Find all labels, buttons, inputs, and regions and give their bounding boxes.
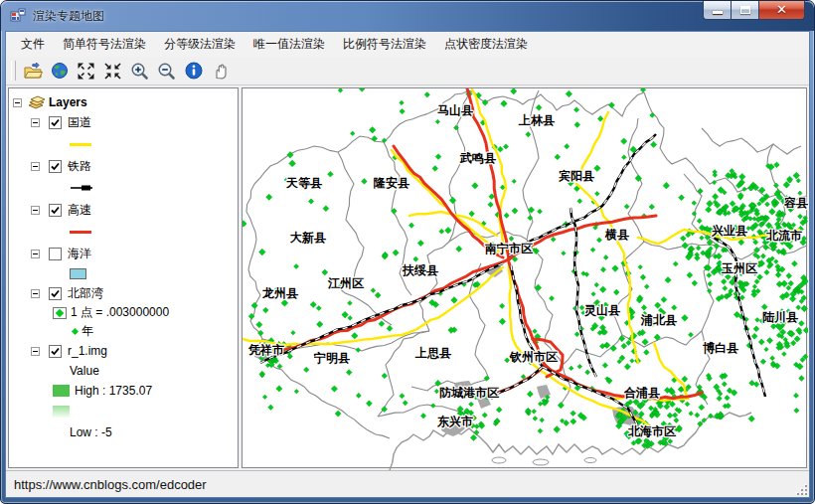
menu-item-2[interactable]: 分等级法渲染 (155, 32, 244, 57)
collapse-expander-icon[interactable] (13, 98, 22, 107)
layer-row[interactable]: 高速 (13, 200, 238, 220)
map-label: 隆安县 (374, 176, 409, 190)
layer-row[interactable]: r_1.img (13, 341, 238, 361)
zoom-full-button[interactable] (73, 59, 99, 84)
map-view[interactable]: 马山县上林县武鸣县宾阳县隆安县天等县大新县扶绥县江州区龙州县南宁市区横县灵山县浦… (242, 87, 807, 468)
raster-high-label: High : 1735.07 (75, 384, 152, 398)
map-label: 兴业县 (711, 224, 747, 238)
maximize-icon (740, 6, 750, 14)
railway-symbol-swatch (70, 184, 93, 192)
map-label: 天等县 (285, 176, 322, 190)
pan-button[interactable] (207, 59, 234, 84)
layer-checkbox[interactable] (49, 160, 62, 173)
map-label: 东兴市 (436, 415, 473, 428)
dot-ratio-swatch (53, 307, 67, 319)
collapse-expander-icon[interactable] (31, 347, 40, 356)
map-label: 宁明县 (313, 351, 350, 365)
layer-checkbox[interactable] (49, 204, 62, 217)
layer-label: 国道 (68, 114, 91, 131)
map-label: 凭祥市 (247, 343, 284, 357)
minimize-button[interactable] (703, 1, 732, 20)
map-label: 马山县 (437, 103, 473, 117)
menu-item-1[interactable]: 简单符号法渲染 (54, 32, 155, 57)
zoom-in-button[interactable] (126, 59, 153, 84)
layers-tree-panel: Layers 国道铁路高速海洋北部湾1 点 = .003000000 年r_1.… (8, 87, 239, 468)
raster-gradient-swatch (53, 406, 70, 418)
map-canvas[interactable]: 马山县上林县武鸣县宾阳县隆安县天等县大新县扶绥县江州区龙州县南宁市区横县灵山县浦… (243, 88, 808, 470)
identify-info-icon (185, 62, 203, 80)
map-label: 扶绥县 (402, 263, 438, 277)
line-symbol-swatch (70, 231, 91, 234)
raster-high-swatch (53, 385, 70, 397)
statusbar: https://www.cnblogs.com/edcoder (6, 470, 809, 497)
menu-item-3[interactable]: 唯一值法渲染 (244, 32, 334, 57)
zoom-center-icon (103, 62, 122, 81)
dot-ratio-label: 1 点 = .003000000 (71, 304, 169, 321)
pan-hand-icon (211, 62, 230, 81)
zoom-center-button[interactable] (99, 59, 126, 84)
raster-low-label: Low : -5 (13, 422, 238, 442)
layer-row[interactable]: 国道 (13, 112, 238, 132)
layer-label: 海洋 (68, 246, 91, 262)
layer-label: 北部湾 (68, 285, 103, 302)
collapse-expander-icon[interactable] (31, 289, 40, 298)
map-label: 龙州县 (261, 286, 298, 300)
map-label: 玉州区 (721, 261, 757, 275)
maximize-button[interactable] (732, 1, 759, 20)
app-window: 渲染专题地图 ✕ 文件简单符号法渲染分等级法渲染唯一值法渲染比例符号法渲染点状密… (0, 0, 815, 504)
layers-root-label: Layers (49, 95, 87, 109)
layers-root-row[interactable]: Layers (13, 92, 238, 112)
content-area: Layers 国道铁路高速海洋北部湾1 点 = .003000000 年r_1.… (6, 86, 809, 469)
national-road-layer (243, 89, 799, 430)
layer-row[interactable]: 铁路 (13, 156, 238, 176)
layer-checkbox[interactable] (49, 248, 62, 260)
layer-row[interactable]: 北部湾 (13, 283, 238, 303)
menubar: 文件简单符号法渲染分等级法渲染唯一值法渲染比例符号法渲染点状密度法渲染 (6, 32, 809, 57)
zoom-out-button[interactable] (153, 59, 180, 84)
layer-label: 铁路 (68, 158, 91, 175)
map-label: 北海市区 (627, 424, 676, 438)
menu-item-5[interactable]: 点状密度法渲染 (435, 32, 537, 57)
collapse-expander-icon[interactable] (31, 206, 40, 215)
app-icon (10, 8, 26, 24)
map-label: 合浦县 (623, 386, 660, 400)
layer-checkbox[interactable] (49, 116, 62, 129)
menu-item-0[interactable]: 文件 (12, 32, 54, 57)
collapse-expander-icon[interactable] (31, 118, 40, 127)
layer-checkbox[interactable] (49, 345, 62, 358)
menu-item-4[interactable]: 比例符号法渲染 (334, 32, 435, 57)
line-symbol-swatch (70, 143, 91, 146)
dot-symbol (72, 328, 79, 335)
statusbar-text: https://www.cnblogs.com/edcoder (14, 477, 207, 492)
window-client-area: 文件简单符号法渲染分等级法渲染唯一值法渲染比例符号法渲染点状密度法渲染 (5, 31, 810, 498)
dot-field-label: 年 (82, 323, 93, 340)
map-label: 南宁市区 (484, 242, 533, 255)
identify-button[interactable] (180, 59, 207, 84)
full-extent-button[interactable] (46, 59, 73, 84)
map-label: 灵山县 (584, 303, 620, 317)
map-label: 容县 (783, 196, 808, 210)
map-label: 北流市 (765, 229, 802, 243)
layer-label: r_1.img (68, 344, 107, 358)
close-button[interactable]: ✕ (759, 1, 805, 20)
zoom-out-icon (157, 62, 176, 81)
layer-checkbox[interactable] (49, 287, 62, 300)
collapse-expander-icon[interactable] (31, 250, 40, 258)
window-title: 渲染专题地图 (33, 8, 104, 25)
collapse-expander-icon[interactable] (31, 162, 40, 171)
map-label: 江州区 (327, 276, 364, 290)
layers-stack-icon (27, 95, 47, 109)
titlebar[interactable]: 渲染专题地图 ✕ (1, 1, 814, 31)
map-label: 陆川县 (762, 310, 798, 324)
map-label: 防城港市区 (439, 386, 499, 400)
close-icon: ✕ (759, 2, 804, 17)
toolbar (6, 57, 809, 85)
globe-full-extent-icon (51, 62, 69, 80)
map-label: 上思县 (414, 346, 451, 360)
layer-row[interactable]: 海洋 (13, 244, 238, 263)
open-file-button[interactable] (19, 59, 46, 84)
resize-grip[interactable] (794, 482, 807, 495)
minimize-icon (713, 11, 723, 14)
zoom-in-icon (130, 62, 149, 81)
map-label: 博白县 (703, 341, 738, 355)
